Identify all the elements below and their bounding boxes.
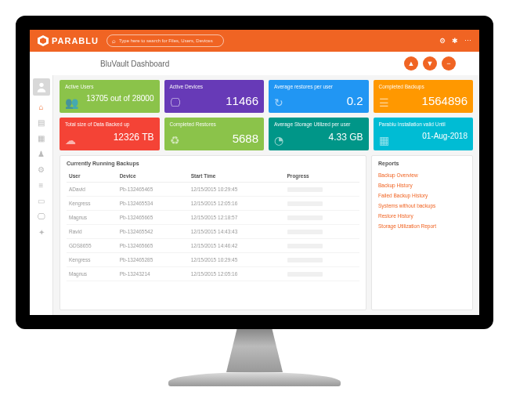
card-active-users[interactable]: Active Users 👥 13705 out of 28000: [60, 80, 160, 113]
table-row[interactable]: ADavidPb-13246546512/15/2015 10:29:45: [67, 183, 359, 197]
cell-time: 12/15/2015 14:46:42: [189, 239, 285, 253]
download-button[interactable]: ▼: [423, 56, 437, 71]
card-total-size[interactable]: Total size of Data Backed up ☁ 12326 TB: [60, 118, 160, 150]
share-icon[interactable]: ✱: [452, 37, 458, 45]
cell-device: Pb-132465465: [117, 183, 189, 197]
stat-cards: Active Users 👥 13705 out of 28000 Active…: [60, 80, 473, 150]
card-completed-restores[interactable]: Completed Restores ♻ 5688: [164, 118, 265, 150]
nav-reports-icon[interactable]: ▭: [37, 196, 46, 205]
cell-user: Ravid: [67, 225, 117, 239]
cell-user: Kengress: [67, 197, 117, 211]
brand-name: PARABLU: [52, 36, 99, 45]
avatar[interactable]: [33, 78, 50, 96]
minus-button[interactable]: −: [442, 56, 456, 71]
card-title: Average restores per user: [274, 84, 363, 89]
report-link[interactable]: Failed Backup History: [378, 190, 466, 201]
running-backups-panel: Currently Running Backups User Device St…: [60, 155, 366, 310]
cell-time: 12/15/2015 12:05:16: [189, 267, 285, 281]
card-value: 11466: [170, 94, 259, 107]
cell-progress: [285, 197, 359, 211]
nav-calendar-icon[interactable]: ▦: [37, 133, 46, 143]
cell-progress: [285, 267, 359, 281]
card-value: 0.2: [274, 94, 363, 107]
report-link[interactable]: Restore History: [378, 211, 466, 221]
card-value: 01-Aug-2018: [379, 132, 468, 140]
progress-bar: [287, 201, 323, 206]
cloud-icon: ☁: [65, 134, 76, 147]
cell-device: Pb-13243214: [117, 267, 189, 281]
table-row[interactable]: RavidPb-13246554212/15/2015 14:43:43: [67, 225, 359, 239]
backups-table: User Device Start Time Progress ADavidPb…: [67, 170, 359, 281]
table-row[interactable]: GDS8655Pb-13246566512/15/2015 14:46:42: [67, 239, 359, 253]
cell-user: Magnus: [67, 267, 117, 281]
page-title: BluVault Dashboard: [100, 60, 169, 68]
disk-icon: ☰: [379, 96, 389, 109]
nav-home-icon[interactable]: ⌂: [37, 102, 46, 111]
card-valid-until[interactable]: Parablu Installation valid Until ▦ 01-Au…: [374, 118, 474, 150]
sub-header: BluVault Dashboard ▲ ▼ −: [30, 52, 479, 75]
report-link[interactable]: Systems without backups: [378, 201, 466, 211]
cell-time: 12/15/2015 14:43:43: [189, 225, 285, 239]
card-value: 13705 out of 28000: [65, 94, 154, 103]
card-title: Total size of Data Backed up: [65, 121, 154, 127]
col-progress[interactable]: Progress: [285, 170, 359, 183]
card-title: Average Storage Utilized per user: [274, 121, 363, 127]
table-row[interactable]: KengressPb-13246528512/15/2015 10:29:45: [67, 253, 359, 267]
upload-button[interactable]: ▲: [404, 56, 418, 71]
cell-progress: [285, 225, 359, 239]
card-value: 5688: [170, 132, 259, 145]
col-start-time[interactable]: Start Time: [189, 170, 285, 183]
col-device[interactable]: Device: [117, 170, 189, 183]
nav-help-icon[interactable]: ✦: [37, 227, 46, 237]
card-active-devices[interactable]: Active Devices 🖵 11466: [164, 80, 265, 113]
monitor-stand-neck: [219, 329, 290, 372]
users-icon: 👥: [65, 96, 78, 109]
cell-device: Pb-132465665: [117, 211, 189, 225]
nav-sliders-icon[interactable]: ≡: [37, 180, 46, 190]
cell-progress: [285, 183, 359, 197]
table-row[interactable]: MagnusPb-1324321412/15/2015 12:05:16: [67, 267, 359, 281]
monitor-icon: 🖵: [170, 96, 181, 109]
brand-logo[interactable]: PARABLU: [38, 35, 99, 46]
search-box[interactable]: ⌕: [106, 34, 224, 47]
card-avg-storage[interactable]: Average Storage Utilized per user ◔ 4.33…: [269, 118, 369, 150]
report-link[interactable]: Backup History: [378, 180, 466, 190]
card-avg-restores[interactable]: Average restores per user ↻ 0.2: [269, 80, 369, 113]
nav-users-icon[interactable]: ♟: [37, 149, 46, 158]
content-row: Currently Running Backups User Device St…: [60, 155, 473, 310]
card-title: Completed Backups: [379, 84, 468, 89]
sidebar: ⌂ ▤ ▦ ♟ ⚙ ≡ ▭ 🖵 ✦: [30, 75, 53, 315]
settings-icon[interactable]: ⚙: [439, 37, 446, 45]
monitor-frame: PARABLU ⌕ ⚙ ✱ ⋯ BluVault Dashboard ▲ ▼ −…: [16, 16, 493, 386]
table-row[interactable]: KengressPb-13246553412/15/2015 12:05:16: [67, 197, 359, 211]
header-actions: ⚙ ✱ ⋯: [439, 37, 471, 45]
screen: PARABLU ⌕ ⚙ ✱ ⋯ BluVault Dashboard ▲ ▼ −…: [16, 16, 493, 329]
panel-title: Reports: [378, 161, 466, 166]
report-link[interactable]: Backup Overview: [378, 170, 466, 180]
card-title: Active Users: [65, 84, 154, 89]
table-row[interactable]: MagnusPb-13246566512/15/2015 12:18:57: [67, 211, 359, 225]
cell-time: 12/15/2015 10:29:45: [189, 253, 285, 267]
col-user[interactable]: User: [67, 170, 117, 183]
search-input[interactable]: [119, 38, 218, 43]
progress-bar: [287, 230, 323, 234]
progress-bar: [287, 187, 323, 192]
more-icon[interactable]: ⋯: [464, 37, 471, 45]
card-value: 12326 TB: [65, 132, 154, 143]
nav-monitor-icon[interactable]: 🖵: [37, 212, 46, 221]
restore-icon: ↻: [274, 96, 283, 109]
progress-bar: [287, 272, 323, 277]
card-value: 4.33 GB: [274, 132, 363, 143]
card-completed-backups[interactable]: Completed Backups ☰ 1564896: [374, 80, 474, 113]
cell-device: Pb-132465665: [117, 239, 189, 253]
app-header: PARABLU ⌕ ⚙ ✱ ⋯: [30, 30, 479, 52]
svg-point-0: [39, 83, 43, 87]
nav-settings-icon[interactable]: ⚙: [37, 165, 46, 174]
nav-files-icon[interactable]: ▤: [37, 118, 46, 127]
cell-device: Pb-132465285: [117, 253, 189, 267]
cell-user: ADavid: [67, 183, 117, 197]
report-link[interactable]: Storage Utilization Report: [378, 221, 466, 231]
cell-progress: [285, 239, 359, 253]
cell-progress: [285, 253, 359, 267]
card-value: 1564896: [379, 94, 468, 107]
